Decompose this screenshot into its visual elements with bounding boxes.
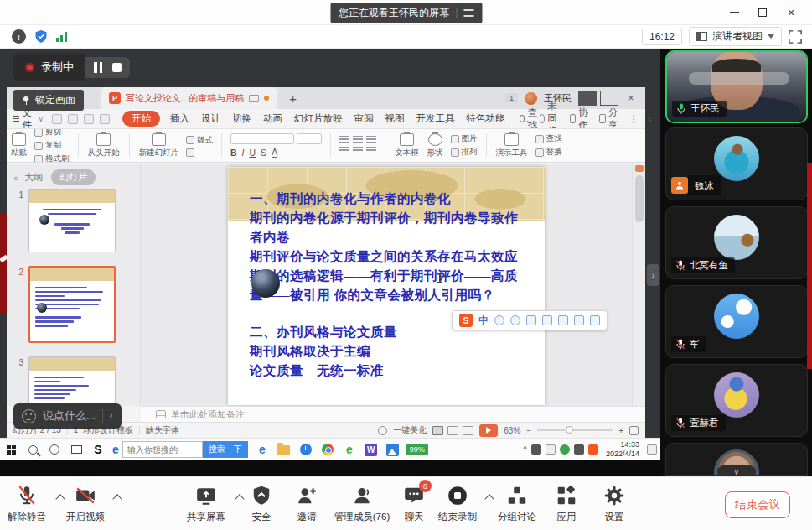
keyboard-icon[interactable] [542,315,552,325]
maximize-button[interactable] [748,0,777,25]
ribbon-find-button[interactable]: 查找 [535,133,562,144]
start-video-button[interactable]: 开启视频 [55,485,116,523]
pause-recording-button[interactable] [94,62,102,73]
taskbar-clock[interactable]: 14:33 2022/4/14 [606,440,639,459]
watching-banner[interactable]: 您正在观看王怀民的屏幕 [330,3,482,23]
sogou-logo-icon[interactable]: S [459,314,473,327]
tab-features[interactable]: 特色功能 [467,112,505,125]
sogou-tray-icon[interactable] [588,444,598,455]
chat-quick-input[interactable]: 说点什么... ‹ [13,403,122,429]
handwriting-icon[interactable] [558,315,568,325]
new-slide-button[interactable]: 新建幻灯片 [139,133,179,158]
sorter-view-button[interactable] [447,426,458,435]
print-icon[interactable] [68,114,78,124]
tab-slideshow[interactable]: 幻灯片放映 [294,112,343,125]
security-shield-icon[interactable] [34,29,48,44]
number-list-icon[interactable] [353,136,363,144]
more-menu-button[interactable]: ⋮ [629,113,639,125]
sogou-taskbar-icon[interactable]: S [87,439,109,461]
start-button[interactable] [0,439,22,461]
meeting-info-icon[interactable]: i [12,29,26,44]
paste-button[interactable]: 粘贴 [11,133,27,158]
participant-tile-partial[interactable]: ∨ [665,443,808,476]
normal-view-button[interactable] [432,426,443,435]
banner-menu-icon[interactable] [463,8,473,18]
bold-button[interactable]: B [230,148,237,158]
tab-design[interactable]: 设计 [201,112,220,125]
replace-button[interactable]: 替换 [535,147,562,158]
ie-green-icon[interactable]: e [339,439,360,461]
layout-button[interactable]: 版式 [186,135,213,146]
reading-view-button[interactable] [463,426,473,435]
clock-app-icon[interactable] [295,439,317,461]
format-painter-button[interactable]: 格式刷 [34,153,70,163]
minimize-button[interactable] [720,0,748,25]
arrange-button[interactable]: 排列 [451,147,478,158]
slide-thumbnail-3[interactable] [28,356,116,405]
canvas-scrollbar[interactable] [632,164,645,406]
account-avatar[interactable] [525,92,537,105]
end-meeting-button[interactable]: 结束会议 [725,491,790,518]
italic-button[interactable]: I [242,148,245,158]
save-icon[interactable] [52,114,62,124]
tab-home[interactable]: 开始 [122,111,160,127]
tray-app-icon[interactable] [560,444,570,455]
align-left-icon[interactable] [339,147,349,155]
participant-tile-wanghuaimin[interactable]: 王怀民 [665,50,808,123]
toolbox-icon[interactable] [590,315,600,325]
tab-developer[interactable]: 开发工具 [416,112,455,125]
network-tray-icon[interactable] [574,444,584,455]
fullscreen-icon[interactable] [789,30,802,44]
close-button[interactable]: × [777,0,805,25]
slides-tab[interactable]: 幻灯片 [51,169,96,185]
present-tools-button[interactable]: 演示工具 [496,133,528,158]
unmute-button[interactable]: 解除静音 [0,485,57,523]
scroll-down-participants-button[interactable]: ∨ [717,465,756,476]
slideshow-play-button[interactable] [479,424,498,437]
section-icon[interactable] [186,148,194,157]
wps-taskbar-icon[interactable]: W [360,439,382,461]
punctuation-icon[interactable] [494,315,504,325]
font-name-select[interactable] [230,133,294,144]
tray-app-icon[interactable] [546,444,556,455]
picture-button[interactable]: 图片 [451,133,478,144]
ie-icon[interactable]: e [112,443,119,456]
indent-icon[interactable] [366,136,376,144]
new-tab-button[interactable]: + [289,91,297,106]
participant-tile-beiminyouyu[interactable]: 北冥有鱼 [665,206,808,279]
slide-thumbnail-1[interactable] [28,189,116,252]
share-button[interactable]: 分享 [599,107,621,132]
document-tab[interactable]: P 写论文投论文...的审稿与用稿 [101,87,277,109]
textbox-button[interactable]: 文本框 [395,133,419,158]
skin-icon[interactable] [574,315,584,325]
zoom-level[interactable]: 63% [504,426,520,435]
copy-button[interactable]: 复制 [34,140,70,151]
collapse-panel-button[interactable]: ‹‹ [13,173,16,183]
chat-collapse-button[interactable]: ‹ [110,410,113,422]
font-size-select[interactable] [297,133,322,144]
tab-transitions[interactable]: 切换 [232,112,251,125]
font-color-button[interactable]: A [272,147,277,158]
cortana-icon[interactable] [44,439,65,461]
sogou-ime-bar[interactable]: S 中 [452,310,608,330]
zoom-out-button[interactable]: − [526,426,531,435]
chat-placeholder[interactable]: 说点什么... [43,408,96,423]
zoom-in-button[interactable]: + [618,426,623,435]
scrollbar-thumb[interactable] [635,175,644,222]
bullet-list-icon[interactable] [339,136,349,144]
collaborate-button[interactable]: 协作 [570,107,592,132]
zoom-slider-thumb[interactable] [566,426,573,434]
notification-center-icon[interactable] [647,444,657,455]
strikethrough-button[interactable]: S [261,148,266,158]
beautify-button[interactable]: 一键美化 [393,424,427,436]
emoji-icon[interactable] [22,409,36,423]
photos-app-icon[interactable] [382,439,404,461]
expand-sidebar-button[interactable]: › [647,264,659,286]
emoji-icon[interactable] [510,315,520,325]
share-screen-button[interactable]: 共享屏幕 [176,485,236,523]
microphone-tray-icon[interactable] [531,444,541,455]
taskbar-search-icon[interactable] [22,439,44,461]
outline-tab[interactable]: 大纲 [24,171,43,184]
chinese-mode-icon[interactable]: 中 [478,314,489,328]
participant-tile-weibing[interactable]: 魏冰 [665,127,808,200]
